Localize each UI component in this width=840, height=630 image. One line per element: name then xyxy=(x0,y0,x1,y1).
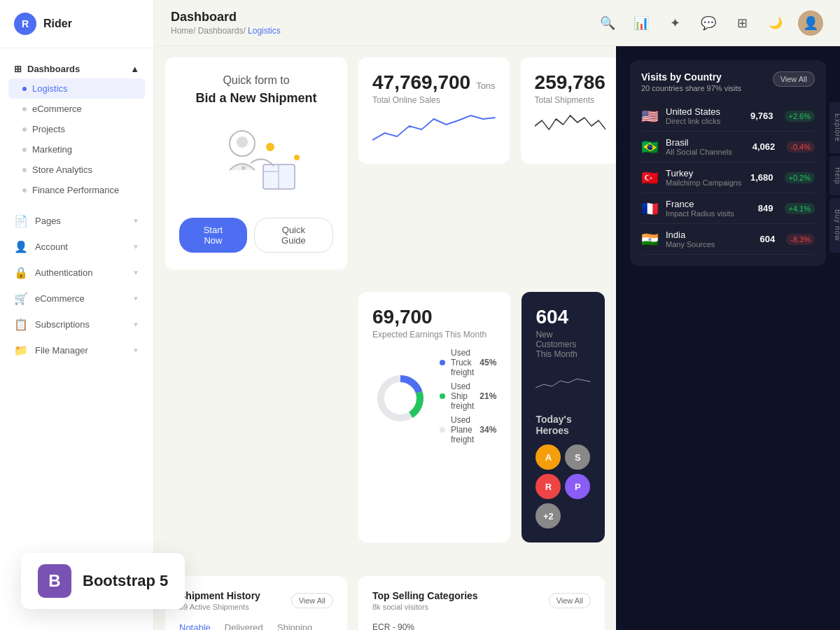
nav-account-label: Account xyxy=(35,241,68,252)
hero-avatar-more[interactable]: +2 xyxy=(536,503,561,528)
country-info-in: India Many Sources xyxy=(666,230,753,248)
categories-subtitle: 8k social visitors xyxy=(372,603,478,611)
shipment-view-all-button[interactable]: View All xyxy=(291,593,333,608)
bars-container: ECR - 90% 15,000 FGI - 82% 1 xyxy=(372,622,591,630)
chevron-right-icon: ▼ xyxy=(132,295,139,302)
nav-filemanager[interactable]: 📁 File Manager ▼ xyxy=(6,338,148,363)
categories-header: Top Selling Categories 8k social visitor… xyxy=(372,590,591,611)
tab-shipping[interactable]: Shipping xyxy=(277,622,313,630)
country-name-fr: France xyxy=(666,199,751,209)
new-customers-value: 604 xyxy=(536,306,591,328)
nav-account[interactable]: 👤 Account ▼ xyxy=(6,234,148,259)
quick-guide-button[interactable]: Quick Guide xyxy=(254,218,333,253)
sidebar-item-label: Projects xyxy=(32,124,65,134)
country-name-in: India xyxy=(666,230,753,240)
plane-dot xyxy=(440,427,445,433)
breadcrumb: Home/ Dashboards/ Logistics xyxy=(171,26,281,36)
sidebar-item-label: Logistics xyxy=(32,83,68,94)
earnings-card: 69,700 Expected Earnings This Month xyxy=(358,292,510,542)
account-icon: 👤 xyxy=(14,240,28,253)
nav-auth-label: Authentication xyxy=(35,267,92,278)
dot-icon xyxy=(22,87,27,91)
earnings-label: Expected Earnings This Month xyxy=(372,330,496,340)
plane-label: Used Plane freight xyxy=(451,415,474,444)
content-area: Quick form to Bid a New Shipment xyxy=(154,46,840,630)
plane-pct: 34% xyxy=(479,425,496,435)
help-label[interactable]: Help xyxy=(830,156,840,196)
tab-notable[interactable]: Notable xyxy=(179,622,211,630)
sidebar-item-label: Finance Performance xyxy=(32,185,119,195)
sidebar-item-marketing[interactable]: Marketing xyxy=(8,139,145,160)
bootstrap-watermark: B Bootstrap 5 xyxy=(21,553,185,609)
breadcrumb-active: Logistics xyxy=(248,26,281,36)
chevron-right-icon: ▼ xyxy=(132,321,139,328)
dashboards-icon: ⊞ xyxy=(14,64,22,74)
sidebar-item-finance[interactable]: Finance Performance xyxy=(8,180,145,200)
sidebar-item-store-analytics[interactable]: Store Analytics xyxy=(8,160,145,180)
dot-icon xyxy=(22,168,27,172)
sidebar-item-logistics[interactable]: Logistics xyxy=(8,78,145,99)
country-list: 🇺🇸 United States Direct link clicks 9,76… xyxy=(641,101,815,255)
categories-view-all-button[interactable]: View All xyxy=(549,593,591,608)
shipment-header: Shipment History 59 Active Shipments Vie… xyxy=(179,590,333,611)
legend-plane: Used Plane freight 34% xyxy=(440,415,496,444)
country-change-fr: +4.1% xyxy=(785,203,816,214)
visits-section: Visits by Country 20 countries share 97%… xyxy=(630,60,826,266)
nav-subscriptions[interactable]: 📋 Subscriptions ▼ xyxy=(6,312,148,337)
tab-delivered[interactable]: Delivered xyxy=(225,622,263,630)
total-sales-label: Total Online Sales xyxy=(372,95,496,105)
grid-icon[interactable]: ⊞ xyxy=(731,12,753,34)
country-info-br: Brasil All Social Channels xyxy=(666,137,746,156)
explore-label[interactable]: Explore xyxy=(830,102,840,153)
country-info-fr: France Impact Radius visits xyxy=(666,199,751,218)
donut-container: Used Truck freight 45% Used Ship freight… xyxy=(372,348,496,449)
sidebar-item-label: Marketing xyxy=(32,144,72,155)
chart-icon[interactable]: 📊 xyxy=(630,12,652,34)
bootstrap-text: Bootstrap 5 xyxy=(83,572,168,590)
flag-us: 🇺🇸 xyxy=(641,108,659,125)
chevron-right-icon: ▼ xyxy=(132,243,139,251)
country-in: 🇮🇳 India Many Sources 604 -8.3% xyxy=(641,224,815,255)
truck-label: Used Truck freight xyxy=(451,348,474,377)
heroes-section: Today's Heroes A S R P +2 xyxy=(536,414,591,528)
country-source-tr: Mailchimp Campaigns xyxy=(666,178,743,187)
search-icon[interactable]: 🔍 xyxy=(596,12,619,34)
country-fr: 🇫🇷 France Impact Radius visits 849 +4.1% xyxy=(641,193,815,224)
sidebar-item-ecommerce[interactable]: eCommerce xyxy=(8,99,145,119)
visits-view-all-button[interactable]: View All xyxy=(773,71,815,87)
logo-text: Rider xyxy=(43,18,72,30)
sidebar: R Rider ⊞ Dashboards ▲ Logistics eCommer… xyxy=(0,0,154,630)
logo[interactable]: R Rider xyxy=(0,0,153,48)
chat-icon[interactable]: 💬 xyxy=(697,12,720,34)
total-shipments-label: Total Shipments xyxy=(535,95,606,105)
flag-tr: 🇹🇷 xyxy=(641,169,659,186)
country-visits-in: 604 xyxy=(760,234,776,244)
nav-authentication[interactable]: 🔒 Authentication ▼ xyxy=(6,260,148,285)
start-now-button[interactable]: Start Now xyxy=(179,218,247,253)
donut-chart xyxy=(372,370,428,426)
filemanager-icon: 📁 xyxy=(14,344,28,357)
sidebar-item-projects[interactable]: Projects xyxy=(8,119,145,139)
shipment-title: Shipment History xyxy=(179,590,260,601)
settings-icon[interactable]: ✦ xyxy=(664,12,686,34)
second-row: 69,700 Expected Earnings This Month xyxy=(165,292,605,542)
country-us: 🇺🇸 United States Direct link clicks 9,76… xyxy=(641,101,815,132)
nav-pages-label: Pages xyxy=(35,216,61,226)
nav-pages[interactable]: 📄 Pages ▼ xyxy=(6,209,148,233)
dashboards-header[interactable]: ⊞ Dashboards ▲ xyxy=(8,59,145,78)
svg-point-1 xyxy=(237,136,248,148)
hero-avatar-r[interactable]: R xyxy=(536,474,561,499)
buy-now-label[interactable]: Buy now xyxy=(830,198,840,252)
heroes-avatars: A S R P +2 xyxy=(536,444,591,528)
country-change-tr: +0.2% xyxy=(785,172,816,183)
dark-mode-toggle[interactable]: 🌙 xyxy=(764,12,787,34)
hero-avatar-p[interactable]: P xyxy=(565,474,590,499)
country-visits-fr: 849 xyxy=(758,203,774,214)
legend-truck: Used Truck freight 45% xyxy=(440,348,496,377)
avatar[interactable]: 👤 xyxy=(798,10,823,36)
nav-ecommerce[interactable]: 🛒 eCommerce ▼ xyxy=(6,286,148,311)
hero-avatar-s[interactable]: S xyxy=(565,444,590,470)
chevron-right-icon: ▼ xyxy=(132,217,139,225)
heroes-card: 604 New Customers This Month Today's Her… xyxy=(522,292,605,542)
hero-avatar-a[interactable]: A xyxy=(536,444,561,470)
